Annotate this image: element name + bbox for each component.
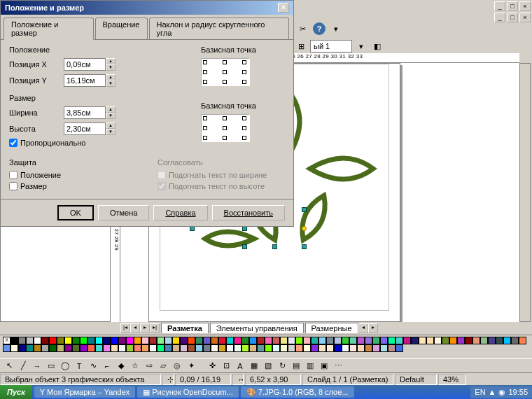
tab-scroll-right[interactable]: ▸: [368, 323, 378, 333]
color-swatch[interactable]: [195, 344, 203, 352]
color-swatch[interactable]: [311, 344, 318, 352]
color-swatch[interactable]: [80, 337, 88, 344]
doc-restore-button[interactable]: □: [507, 13, 518, 22]
sheet-tab-dimensions[interactable]: Размерные: [305, 323, 358, 333]
color-swatch[interactable]: [342, 337, 349, 344]
color-swatch[interactable]: [241, 337, 249, 344]
color-swatch[interactable]: [126, 337, 134, 344]
gallery-icon[interactable]: ▧: [262, 360, 274, 372]
color-swatch[interactable]: [488, 337, 496, 344]
color-swatch[interactable]: [18, 344, 26, 352]
color-swatch[interactable]: [164, 337, 172, 344]
color-swatch[interactable]: [272, 337, 280, 344]
color-swatch[interactable]: [49, 344, 57, 352]
color-swatch[interactable]: [26, 344, 34, 352]
help-button[interactable]: ?: [312, 22, 326, 36]
selection-handle[interactable]: [242, 244, 247, 249]
spin-up[interactable]: ▲: [106, 106, 115, 113]
tab-last[interactable]: ▸|: [150, 323, 160, 333]
color-swatch[interactable]: [326, 337, 334, 344]
basepoint2-selector[interactable]: [201, 114, 250, 142]
edit-points-icon[interactable]: ▾: [354, 39, 368, 53]
color-swatch[interactable]: [164, 344, 172, 352]
color-swatch[interactable]: [334, 344, 342, 352]
color-swatch[interactable]: [257, 344, 265, 352]
color-swatch[interactable]: [226, 344, 234, 352]
color-swatch[interactable]: [18, 337, 26, 344]
color-swatch[interactable]: [257, 337, 265, 344]
color-swatch[interactable]: [180, 344, 188, 352]
color-swatch[interactable]: [218, 337, 226, 344]
spin-up[interactable]: ▲: [106, 58, 115, 64]
color-swatch[interactable]: [57, 344, 64, 352]
proportional-checkbox[interactable]: [9, 139, 18, 147]
color-swatch[interactable]: [303, 344, 311, 352]
curve-icon[interactable]: ∿: [87, 360, 99, 372]
color-swatch[interactable]: [141, 337, 149, 344]
color-swatch[interactable]: [380, 344, 388, 352]
color-swatch[interactable]: [480, 337, 488, 344]
color-swatch[interactable]: [342, 344, 349, 352]
color-swatch[interactable]: [157, 337, 164, 344]
protect-pos-checkbox[interactable]: [9, 171, 18, 179]
color-swatch[interactable]: [111, 337, 118, 344]
image-icon[interactable]: ▦: [248, 360, 260, 372]
spin-up[interactable]: ▲: [106, 122, 115, 129]
color-swatch[interactable]: [172, 344, 180, 352]
color-swatch[interactable]: [149, 337, 157, 344]
color-swatch[interactable]: [234, 344, 241, 352]
spin-down[interactable]: ▼: [106, 64, 115, 71]
line-icon[interactable]: ╱: [17, 360, 29, 372]
layer-btn[interactable]: ◧: [370, 39, 384, 53]
status-zoom[interactable]: 43%: [438, 374, 466, 385]
spin-up[interactable]: ▲: [106, 74, 115, 80]
color-swatch[interactable]: [496, 337, 503, 344]
color-swatch[interactable]: [57, 337, 64, 344]
cancel-button[interactable]: Отмена: [98, 205, 149, 220]
color-swatch[interactable]: [72, 337, 80, 344]
color-swatch[interactable]: [234, 337, 241, 344]
layer-selector[interactable]: [310, 40, 352, 52]
tab-scroll-left[interactable]: ◂: [358, 323, 368, 333]
color-swatch[interactable]: [411, 337, 419, 344]
color-swatch[interactable]: [318, 337, 326, 344]
extras-icon[interactable]: ⋯: [332, 360, 344, 372]
start-button[interactable]: Пуск: [0, 385, 32, 399]
color-swatch[interactable]: [295, 337, 303, 344]
color-swatch[interactable]: [434, 337, 442, 344]
color-swatch[interactable]: [188, 337, 195, 344]
sheet-tab-controls[interactable]: Элементы управления: [210, 323, 304, 333]
color-swatch[interactable]: [511, 337, 519, 344]
posx-input[interactable]: [64, 58, 106, 71]
arrows-icon[interactable]: ⇨: [143, 360, 155, 372]
glue-icon[interactable]: ⊡: [220, 360, 232, 372]
color-swatch[interactable]: [26, 337, 34, 344]
color-swatch[interactable]: [249, 344, 257, 352]
color-swatch[interactable]: [419, 337, 426, 344]
color-swatch[interactable]: [357, 344, 365, 352]
spin-down[interactable]: ▼: [106, 113, 115, 119]
color-swatch[interactable]: [141, 344, 149, 352]
color-swatch[interactable]: [149, 344, 157, 352]
color-swatch[interactable]: [211, 337, 218, 344]
color-swatch[interactable]: [64, 337, 72, 344]
color-swatch[interactable]: [10, 337, 18, 344]
help-button[interactable]: Справка: [153, 205, 207, 220]
restore-button[interactable]: □: [507, 1, 518, 11]
tab-prev[interactable]: ◂: [130, 323, 140, 333]
color-swatch[interactable]: [134, 344, 141, 352]
color-swatch[interactable]: [95, 344, 103, 352]
taskbar-item-draw[interactable]: ▦Рисунок OpenDocum...: [137, 386, 238, 398]
color-swatch[interactable]: [41, 337, 49, 344]
color-swatch[interactable]: [249, 337, 257, 344]
color-swatch[interactable]: [288, 337, 295, 344]
tray-icon[interactable]: ◉: [498, 388, 505, 397]
color-swatch[interactable]: [357, 337, 365, 344]
arrange-icon[interactable]: ▥: [304, 360, 316, 372]
vertical-scrollbar[interactable]: [519, 63, 531, 322]
color-swatch[interactable]: [203, 337, 211, 344]
insert-icon[interactable]: ▣: [318, 360, 330, 372]
color-swatch[interactable]: [280, 337, 288, 344]
dialog-titlebar[interactable]: Положение и размер ×: [1, 1, 293, 15]
color-swatch[interactable]: [519, 337, 526, 344]
